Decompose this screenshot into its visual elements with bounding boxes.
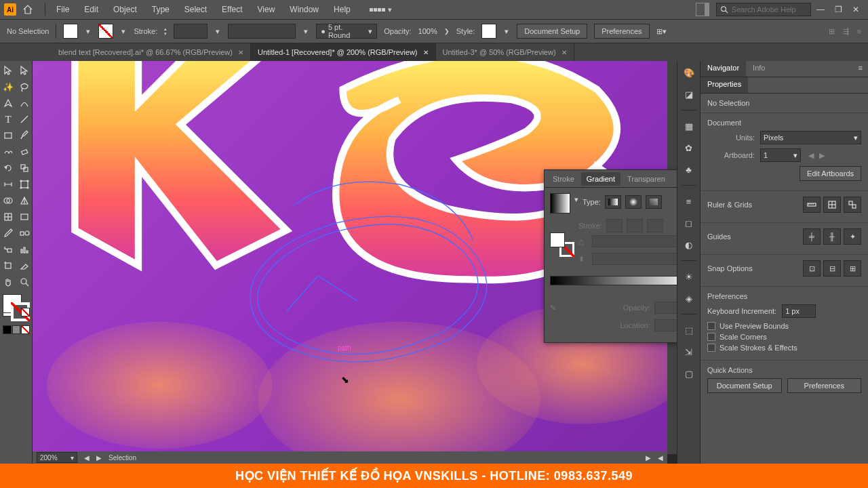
layers-icon[interactable]: ⬚: [682, 323, 696, 338]
fill-dropdown[interactable]: ▾: [85, 24, 92, 38]
menu-file[interactable]: File: [50, 2, 76, 17]
edit-artboards-button[interactable]: Edit Artboards: [800, 166, 861, 181]
stroke-dropdown[interactable]: ▾: [120, 24, 127, 38]
asset-export-icon[interactable]: ⇲: [682, 344, 696, 359]
gradient-slider[interactable]: [550, 276, 677, 285]
selection-tool[interactable]: [0, 62, 16, 79]
menu-window[interactable]: Window: [283, 2, 326, 17]
brushes-icon[interactable]: ✿: [682, 140, 696, 155]
properties-tab[interactable]: Properties: [701, 77, 748, 93]
list-icon[interactable]: ≡: [857, 27, 861, 36]
free-transform-tool[interactable]: [16, 176, 33, 192]
shape-builder-tool[interactable]: [0, 192, 16, 209]
slice-tool[interactable]: [16, 258, 33, 274]
window-minimize[interactable]: —: [812, 3, 829, 16]
curvature-tool[interactable]: [16, 95, 33, 111]
gradient-preview[interactable]: [550, 193, 570, 214]
qa-document-setup[interactable]: Document Setup: [707, 378, 782, 393]
stroke-swatch[interactable]: [98, 24, 113, 39]
navigator-tab[interactable]: Navigator: [701, 61, 746, 77]
snap-grid[interactable]: ⊞: [844, 260, 861, 277]
gradient-tool[interactable]: [16, 209, 33, 225]
keyboard-increment-input[interactable]: 1 px: [782, 304, 816, 318]
artboards-icon[interactable]: ▢: [682, 366, 696, 381]
color-guide-icon[interactable]: ◪: [682, 87, 696, 102]
scale-tool[interactable]: [16, 160, 33, 176]
color-mode-none[interactable]: [21, 308, 30, 317]
symbol-sprayer-tool[interactable]: [0, 241, 16, 258]
doc-tab-2[interactable]: Untitled-3* @ 50% (RGB/Preview) ✕: [436, 43, 574, 61]
column-graph-tool[interactable]: [16, 241, 33, 258]
scale-corners-check[interactable]: Scale Corners: [707, 333, 861, 341]
snap-point[interactable]: ⊟: [823, 260, 841, 277]
arrange-icon[interactable]: ⇶: [843, 27, 849, 36]
gradient-type-linear[interactable]: [605, 195, 621, 209]
preferences-button[interactable]: Preferences: [594, 24, 649, 39]
fill-swatch[interactable]: [63, 24, 78, 39]
screen-mode-full[interactable]: [12, 325, 21, 334]
shaper-tool[interactable]: [0, 144, 16, 160]
swatches-icon[interactable]: ▦: [682, 119, 696, 134]
qa-preferences[interactable]: Preferences: [787, 378, 862, 393]
menu-effect[interactable]: Effect: [215, 2, 249, 17]
artboard-prev[interactable]: ◀: [806, 149, 816, 161]
brush-definition[interactable]: [228, 24, 296, 39]
color-panel-icon[interactable]: 🎨: [682, 65, 696, 80]
window-close[interactable]: ✕: [848, 3, 864, 16]
transparency-panel-icon[interactable]: ◐: [682, 237, 696, 252]
gradient-panel-icon[interactable]: ◻: [682, 216, 696, 230]
line-tool[interactable]: [16, 111, 33, 127]
guides-show[interactable]: ╪: [803, 228, 821, 245]
canvas-area[interactable]: path ⬊ Stroke Gradient Transparen » ≡ ▾: [33, 61, 677, 464]
doc-tab-0[interactable]: blend text [Recovered].ai* @ 66.67% (RGB…: [52, 43, 251, 61]
snap-pixel[interactable]: ⊡: [803, 260, 821, 277]
blend-tool[interactable]: [16, 225, 33, 241]
style-swatch[interactable]: [481, 24, 496, 39]
use-preview-bounds-check[interactable]: Use Preview Bounds: [707, 322, 861, 330]
gradient-type-freeform[interactable]: [646, 195, 662, 209]
menu-edit[interactable]: Edit: [77, 2, 105, 17]
lasso-tool[interactable]: [16, 79, 33, 95]
artboard-select[interactable]: 1▾: [760, 148, 801, 162]
close-icon[interactable]: ✕: [561, 49, 567, 56]
transparency-grid-toggle[interactable]: [844, 197, 861, 213]
artboard-next[interactable]: ▶: [817, 149, 827, 161]
zoom-tool[interactable]: [16, 274, 33, 290]
paintbrush-tool[interactable]: [16, 127, 33, 144]
symbols-icon[interactable]: ♣: [682, 162, 696, 177]
close-icon[interactable]: ✕: [238, 49, 243, 56]
workspace-grid-icon[interactable]: [370, 8, 385, 12]
menu-help[interactable]: Help: [327, 2, 357, 17]
perspective-tool[interactable]: [16, 192, 33, 209]
menu-type[interactable]: Type: [145, 2, 176, 17]
document-setup-button[interactable]: Document Setup: [517, 24, 587, 39]
smart-guides[interactable]: ✦: [844, 228, 861, 245]
eyedropper-tool[interactable]: [0, 225, 16, 241]
guides-lock[interactable]: ╫: [823, 228, 841, 245]
panel-menu-icon[interactable]: ≡: [853, 61, 868, 77]
panel-tab-gradient[interactable]: Gradient: [581, 172, 620, 186]
magic-wand-tool[interactable]: ✨: [0, 79, 16, 95]
opacity-value[interactable]: 100%: [418, 27, 437, 35]
screen-mode-presentation[interactable]: [21, 325, 30, 334]
screen-mode-normal[interactable]: [3, 325, 12, 334]
help-search-input[interactable]: [732, 5, 808, 14]
grid-toggle[interactable]: [823, 197, 841, 213]
stroke-profile[interactable]: ● 5 pt. Round ▾: [316, 24, 377, 39]
info-tab[interactable]: Info: [746, 61, 772, 77]
fill-stroke-indicator[interactable]: [0, 293, 33, 321]
eraser-tool[interactable]: [16, 144, 33, 160]
menu-select[interactable]: Select: [178, 2, 214, 17]
panel-tab-transparency[interactable]: Transparen: [622, 172, 671, 186]
direct-selection-tool[interactable]: [16, 62, 33, 79]
window-maximize[interactable]: ❐: [830, 3, 846, 16]
stroke-panel-icon[interactable]: ≡: [682, 194, 696, 209]
zoom-level[interactable]: 200%▾: [37, 452, 77, 463]
home-icon[interactable]: [22, 3, 34, 16]
ruler-toggle[interactable]: [803, 197, 821, 213]
units-select[interactable]: Pixels▾: [760, 131, 861, 144]
scale-strokes-check[interactable]: Scale Strokes & Effects: [707, 344, 861, 352]
type-tool[interactable]: T: [0, 111, 16, 127]
align-icon[interactable]: ⊞▾: [656, 27, 667, 36]
menu-object[interactable]: Object: [106, 2, 144, 17]
